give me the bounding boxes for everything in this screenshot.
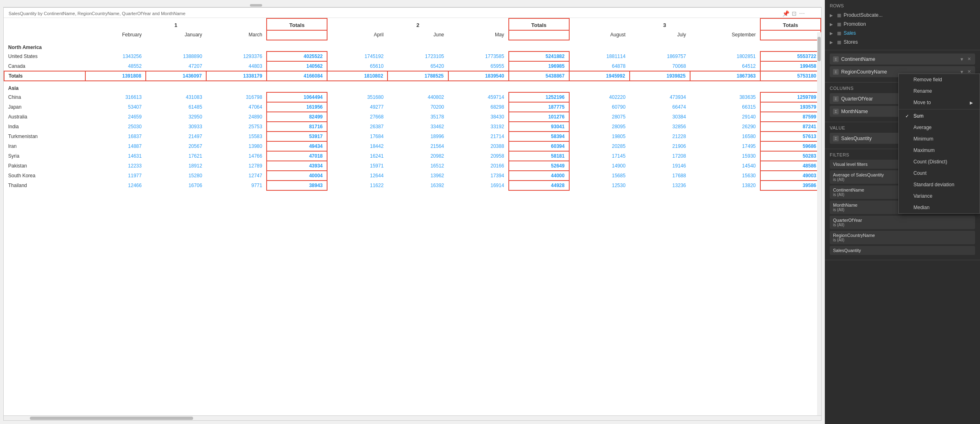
- cell-jul: 21906: [630, 141, 690, 151]
- expand-arrow-icon: ▶: [830, 31, 835, 36]
- cell-mar: 1293376: [206, 51, 267, 61]
- table-row: Iran 14887 20567 13980 49434 18442 21564…: [4, 141, 821, 151]
- context-menu-item-move-to[interactable]: Move to ▶: [899, 97, 980, 108]
- pin-icon[interactable]: 📌: [782, 10, 789, 17]
- top-field-item[interactable]: ▶ ▦ Sales: [830, 29, 975, 38]
- top-field-item[interactable]: ▶ ▦ ProductSubcate...: [830, 11, 975, 20]
- totals-q3: 5753180: [760, 71, 821, 81]
- context-menu-item-count-(distinct)[interactable]: Count (Distinct): [899, 156, 980, 167]
- filter-item[interactable]: RegionCountryName is (All): [830, 231, 975, 244]
- filter-item[interactable]: QuarterOfYear is (All): [830, 216, 975, 229]
- cell-sep: 13820: [690, 181, 760, 190]
- table-row: Turkmenistan 16837 21497 15583 53917 176…: [4, 132, 821, 141]
- context-menu-item-rename[interactable]: Rename: [899, 85, 980, 97]
- january-header: January: [146, 30, 206, 40]
- top-scrollbar[interactable]: [3, 3, 822, 7]
- context-menu-item-minimum[interactable]: Minimum: [899, 133, 980, 145]
- menu-item-label: Count: [913, 170, 927, 176]
- table-icon: ▦: [837, 31, 841, 36]
- cell-apr: 17684: [327, 132, 388, 141]
- cell-q3-total: 48586: [760, 161, 821, 171]
- table-wrapper[interactable]: 1 Totals 2 Totals 3 Totals February Janu…: [4, 18, 821, 415]
- rows-field-item[interactable]: Σ ContinentName ▼ ✕: [830, 54, 975, 65]
- cell-aug: 14900: [569, 161, 630, 171]
- cell-jan: 1388890: [146, 51, 206, 61]
- context-menu-item-maximum[interactable]: Maximum: [899, 145, 980, 156]
- cell-may: 16914: [448, 181, 509, 190]
- cell-q2-total: 58181: [509, 151, 569, 161]
- field-type-icon: Σ: [833, 69, 839, 75]
- table-icon: ▦: [837, 22, 841, 27]
- cell-aug: 1881114: [569, 51, 630, 61]
- august-header: August: [569, 30, 630, 40]
- filter-item[interactable]: SalesQuantity: [830, 246, 975, 255]
- expand-icon[interactable]: ⊡: [792, 10, 797, 17]
- q2-month-totals-header: [509, 30, 569, 40]
- top-field-item[interactable]: ▶ ▦ Stores: [830, 38, 975, 47]
- cell-q2-total: 44000: [509, 171, 569, 181]
- cell-apr: 16241: [327, 151, 388, 161]
- country-name: China: [4, 92, 85, 102]
- cell-q1-total: 82499: [267, 112, 327, 122]
- cell-jan: 18912: [146, 161, 206, 171]
- field-dropdown-btn[interactable]: ▼: [959, 56, 965, 62]
- expand-arrow-icon: ▶: [830, 40, 835, 45]
- cell-aug: 17145: [569, 151, 630, 161]
- context-menu-item-average[interactable]: Average: [899, 122, 980, 133]
- h-scroll-thumb[interactable]: [30, 417, 193, 420]
- table-icon: ▦: [837, 13, 841, 18]
- cell-q3-total: 87241: [760, 122, 821, 132]
- field-left: Σ QuarterOfYear: [833, 96, 873, 102]
- q3-totals-header: Totals: [760, 18, 821, 30]
- more-icon[interactable]: ⋯: [799, 10, 805, 17]
- table-row: Syria 14631 17621 14766 47018 16241 2098…: [4, 151, 821, 161]
- v-scroll-thumb[interactable]: [817, 37, 821, 61]
- context-menu-item-count[interactable]: Count: [899, 167, 980, 179]
- horizontal-scrollbar[interactable]: [4, 415, 821, 420]
- top-field-item[interactable]: ▶ ▦ Promotion: [830, 20, 975, 29]
- q1-header: 1: [85, 18, 267, 30]
- top-scroll-thumb[interactable]: [250, 4, 262, 7]
- context-menu-item-remove-field[interactable]: Remove field: [899, 74, 980, 85]
- cell-apr: 65610: [327, 61, 388, 71]
- context-menu-item-sum[interactable]: ✓ Sum: [899, 110, 980, 122]
- right-panel: Rows ▶ ▦ ProductSubcate... ▶ ▦ Promotion…: [825, 0, 980, 424]
- cell-q2-total: 44928: [509, 181, 569, 190]
- cell-q2-total: 52649: [509, 161, 569, 171]
- may-header: May: [448, 30, 509, 40]
- field-label: Sales: [844, 30, 856, 36]
- country-header: [4, 30, 85, 40]
- field-type-icon: Σ: [833, 136, 839, 141]
- cell-apr: 12644: [327, 171, 388, 181]
- context-menu-item-median[interactable]: Median: [899, 202, 980, 213]
- cell-aug: 28075: [569, 112, 630, 122]
- top-fields-list: ▶ ▦ ProductSubcate... ▶ ▦ Promotion ▶ ▦ …: [830, 11, 975, 47]
- q3-header: 3: [569, 18, 760, 30]
- vertical-scrollbar[interactable]: [817, 32, 821, 415]
- cell-q2-total: 5241882: [509, 51, 569, 61]
- cell-aug: 402220: [569, 92, 630, 102]
- cell-feb: 316613: [85, 92, 146, 102]
- filter-value: is (All): [833, 238, 972, 242]
- cell-jul: 70068: [630, 61, 690, 71]
- context-menu-item-standard-deviation[interactable]: Standard deviation: [899, 179, 980, 190]
- cell-q3-total: 39586: [760, 181, 821, 190]
- table-row: Canada 48552 47207 44803 140562 65610 65…: [4, 61, 821, 71]
- field-remove-btn[interactable]: ✕: [967, 56, 972, 62]
- menu-item-label: Sum: [913, 113, 924, 119]
- totals-q2: 5438867: [509, 71, 569, 81]
- country-name: Pakistan: [4, 161, 85, 171]
- cell-q1-total: 43934: [267, 161, 327, 171]
- cell-q2-total: 187775: [509, 102, 569, 112]
- cell-jun: 16512: [388, 161, 448, 171]
- main-visualization-area: SalesQuantity by ContinentName, RegionCo…: [0, 0, 825, 424]
- cell-q1-total: 1064494: [267, 92, 327, 102]
- context-menu-item-variance[interactable]: Variance: [899, 190, 980, 202]
- cell-apr: 27668: [327, 112, 388, 122]
- menu-item-label: Median: [913, 205, 929, 210]
- cell-jun: 1723105: [388, 51, 448, 61]
- cell-apr: 26387: [327, 122, 388, 132]
- cell-jul: 32856: [630, 122, 690, 132]
- cell-feb: 12466: [85, 181, 146, 190]
- cell-sep: 29140: [690, 112, 760, 122]
